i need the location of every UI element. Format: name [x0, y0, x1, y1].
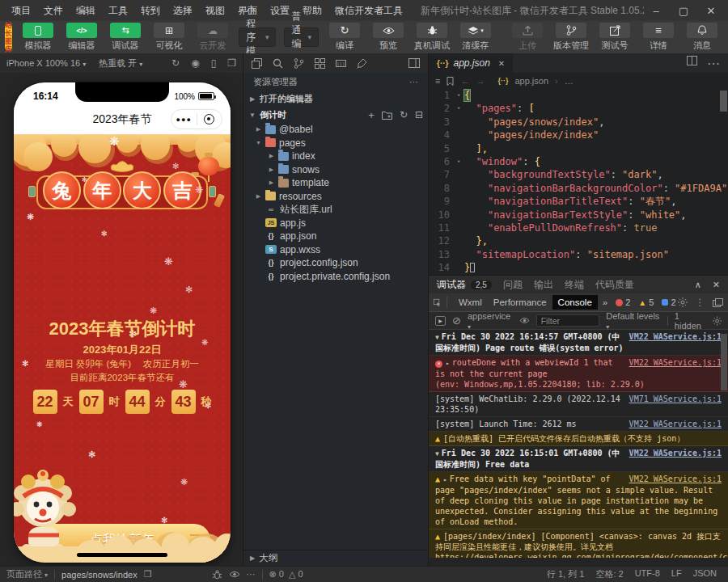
- code-line[interactable]: 8 "navigationBarBackgroundColor": "#1FDA…: [429, 182, 728, 195]
- code-line[interactable]: 4 "pages/index/index": [429, 129, 728, 141]
- menu-文件[interactable]: 文件: [37, 4, 70, 18]
- context-select[interactable]: appservice ▾: [468, 311, 513, 331]
- tree-item-pages[interactable]: ▼pages: [243, 137, 428, 150]
- bookmark-icon[interactable]: [447, 77, 454, 86]
- eval-context-icon[interactable]: ▶: [435, 316, 446, 326]
- npm-box-icon[interactable]: [336, 58, 346, 69]
- editor-scrollbar[interactable]: [720, 91, 727, 112]
- more-actions-icon[interactable]: ⋯: [247, 569, 256, 580]
- source-link[interactable]: VM22 WAService.js:1: [629, 448, 722, 458]
- code-line[interactable]: 14}: [429, 261, 728, 274]
- panel-tab-输出[interactable]: 输出: [534, 278, 553, 292]
- console-log-warn[interactable]: ▲[pages/index/index] [Component] <canvas…: [429, 529, 728, 558]
- theme-brush-icon[interactable]: [357, 58, 367, 69]
- tree-item-app.wxss[interactable]: Sapp.wxss: [243, 243, 428, 257]
- tree-item-snows[interactable]: ▶snows: [243, 163, 428, 177]
- devtools-tab-Console[interactable]: Console: [552, 295, 598, 310]
- indent-setting[interactable]: 空格: 2: [595, 568, 623, 580]
- eye-icon[interactable]: [519, 317, 530, 324]
- panel-tab-终端[interactable]: 终端: [565, 278, 584, 292]
- mode-select[interactable]: 小程序模式▾: [239, 27, 276, 47]
- compile-select[interactable]: 普通编译▾: [284, 27, 319, 47]
- menu-视图[interactable]: 视图: [199, 4, 231, 18]
- more-dots-icon[interactable]: ●●●: [171, 116, 197, 124]
- 可视化-button[interactable]: ⊞可视化: [151, 23, 187, 52]
- warning-count[interactable]: ▲5: [638, 297, 654, 307]
- code-line[interactable]: 6▾ "window": {: [429, 155, 728, 168]
- 消息-button[interactable]: 消息: [684, 23, 720, 52]
- code-line[interactable]: 2▾ "pages": [: [429, 102, 728, 115]
- minimize-button[interactable]: –: [644, 5, 668, 17]
- source-link[interactable]: VM71 WAService.js:1: [629, 394, 722, 404]
- devtools-tab-Performance[interactable]: Performance: [488, 295, 552, 310]
- code-line[interactable]: 5 ],: [429, 142, 728, 155]
- 真机调试-button[interactable]: 真机调试: [414, 23, 450, 52]
- filter-input[interactable]: Filter: [536, 314, 600, 327]
- code-line[interactable]: 9 "navigationBarTitleText": "春节",: [429, 195, 728, 208]
- source-link[interactable]: VM22 WAService.js:1: [629, 331, 722, 342]
- 清缓存-button[interactable]: ▾清缓存: [458, 23, 493, 52]
- menu-转到[interactable]: 转到: [134, 4, 167, 18]
- devtools-tab-Wxml[interactable]: Wxml: [453, 295, 488, 310]
- code-line[interactable]: 13 "sitemapLocation": "sitemap.json": [429, 248, 728, 261]
- console-log-warn[interactable]: ▲[自动热重载] 已开启代码文件保存后自动热重载（不支持 json）: [429, 432, 728, 446]
- tree-item-resources[interactable]: ▶resources: [243, 190, 428, 204]
- console-scrollbar[interactable]: [721, 334, 727, 390]
- hidden-count[interactable]: 1 hidden: [675, 311, 706, 331]
- menu-工具[interactable]: 工具: [102, 4, 134, 18]
- capsule-menu[interactable]: ●●●: [171, 109, 222, 129]
- tree-item-project.config.json[interactable]: {}project.config.json: [243, 256, 428, 270]
- kebab-menu-icon[interactable]: ⋮: [696, 297, 705, 308]
- code-line[interactable]: 12 },: [429, 234, 728, 247]
- panel-tab-代码质量[interactable]: 代码质量: [595, 278, 634, 292]
- tree-item-index[interactable]: ▶index: [243, 150, 428, 163]
- panel-layout-icon[interactable]: [408, 58, 420, 68]
- 模拟器-button[interactable]: 模拟器: [20, 23, 56, 52]
- console-log-warn[interactable]: VM22 WAService.js:1▲▸Free data with key …: [429, 472, 728, 529]
- menu-选择[interactable]: 选择: [167, 4, 199, 18]
- restart-icon[interactable]: ↻: [171, 57, 180, 69]
- error-count[interactable]: 2: [616, 297, 630, 307]
- device-select[interactable]: iPhone X 100% 16 ▾: [6, 58, 86, 68]
- code-line[interactable]: 7 "backgroundTextStyle": "dark",: [429, 168, 728, 181]
- source-link[interactable]: VM22 WAService.js:1: [629, 474, 722, 484]
- eye-icon[interactable]: [229, 571, 240, 578]
- files-icon[interactable]: [252, 58, 262, 69]
- new-folder-icon[interactable]: [382, 111, 392, 120]
- 调试器-button[interactable]: ⇆调试器: [108, 23, 143, 52]
- code-line[interactable]: 10 "navigationBarTextStyle": "white",: [429, 209, 728, 221]
- tree-item-project.private.config.json[interactable]: {}project.private.config.json: [243, 270, 428, 284]
- split-editor-icon[interactable]: [687, 56, 697, 65]
- close-button[interactable]: ✕: [699, 5, 723, 17]
- 详情-button[interactable]: ≡详情: [641, 23, 676, 52]
- console-log-log[interactable]: VM71 WAService.js:1[system] WeChatLib: 2…: [429, 392, 728, 417]
- info-count[interactable]: 2: [662, 297, 675, 307]
- 版本管理-button[interactable]: 版本管理: [553, 23, 589, 52]
- tree-item-@babel[interactable]: ▶@babel: [243, 123, 428, 137]
- close-circle-icon[interactable]: [197, 114, 222, 124]
- copy-path-icon[interactable]: ❐: [144, 569, 152, 580]
- outline-section[interactable]: ▶ 大纲: [243, 550, 428, 566]
- 编辑器-button[interactable]: </>编辑器: [64, 23, 99, 52]
- doc-link[interactable]: https://developers.weixin.qq.com/minipro…: [435, 553, 728, 558]
- console-log-list[interactable]: VM22 WAService.js:1▼Fri Dec 30 2022 16:1…: [429, 330, 728, 558]
- levels-select[interactable]: Default levels ▾: [606, 311, 661, 331]
- problems-indicator[interactable]: ⊗ 0 △ 0: [269, 569, 303, 580]
- 编译-button[interactable]: ↻编译: [327, 23, 362, 52]
- menu-微信开发者工具[interactable]: 微信开发者工具: [328, 4, 409, 18]
- outline-list-icon[interactable]: ≡: [435, 76, 440, 86]
- clear-console-icon[interactable]: ⊘: [452, 314, 461, 327]
- console-log-group[interactable]: VM22 WAService.js:1▼Fri Dec 30 2022 16:1…: [429, 446, 728, 472]
- cursor-position[interactable]: 行 1, 列 1: [547, 568, 584, 580]
- code-line[interactable]: 3 "pages/snows/index",: [429, 116, 728, 129]
- breadcrumb-file[interactable]: app.json: [514, 76, 548, 86]
- debug-bug-icon[interactable]: [212, 570, 222, 580]
- project-section[interactable]: ▼ 倒计时 + ↻ ⊟: [243, 107, 428, 123]
- new-file-icon[interactable]: +: [368, 109, 375, 121]
- tree-item-app.js[interactable]: JSapp.js: [243, 217, 428, 230]
- popout-icon[interactable]: [713, 298, 723, 307]
- panel-tab-问题[interactable]: 问题: [503, 278, 523, 292]
- collapse-panel-icon[interactable]: ∧: [695, 280, 701, 290]
- tree-item-app.json[interactable]: {}app.json: [243, 230, 428, 243]
- more-actions-icon[interactable]: ⋯: [707, 56, 720, 71]
